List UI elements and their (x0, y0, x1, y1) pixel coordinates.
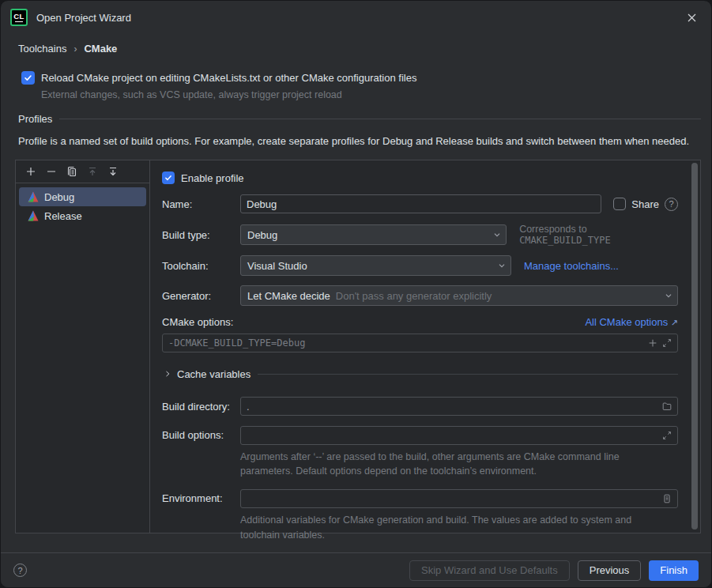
open-project-wizard-dialog: CL Open Project Wizard Toolchains › CMak… (0, 0, 712, 588)
build-directory-input[interactable]: . (240, 397, 678, 416)
skip-wizard-button[interactable]: Skip Wizard and Use Defaults (409, 560, 570, 581)
external-link-icon: ↗ (671, 318, 678, 327)
profile-name: Release (44, 210, 82, 222)
help-icon[interactable]: ? (13, 564, 27, 577)
chevron-right-icon[interactable] (162, 367, 173, 381)
chevron-right-icon: › (73, 43, 77, 55)
scrollbar[interactable] (691, 163, 698, 530)
toolchain-select[interactable]: Visual Studio (240, 255, 511, 276)
profile-item-debug[interactable]: Debug (19, 187, 146, 206)
build-options-input[interactable] (240, 426, 678, 445)
profile-list-pane: Debug Release (16, 160, 150, 533)
expand-icon[interactable] (660, 428, 674, 443)
profile-list: Debug Release (16, 183, 149, 225)
chevron-down-icon (496, 260, 507, 271)
build-type-label: Build type: (162, 229, 240, 241)
generator-value-hint: Don't pass any generator explicitly (336, 290, 492, 302)
cmake-icon (28, 191, 39, 202)
build-type-hint: Corresponds to CMAKE_BUILD_TYPE (519, 224, 678, 246)
breadcrumb: Toolchains › CMake (1, 34, 711, 55)
all-cmake-options-link[interactable]: All CMake options ↗ (585, 316, 678, 328)
enable-profile-label[interactable]: Enable profile (181, 172, 244, 184)
finish-button[interactable]: Finish (649, 560, 699, 581)
move-down-icon[interactable] (107, 165, 119, 178)
toolchain-label: Toolchain: (162, 260, 240, 272)
chevron-down-icon (492, 229, 503, 240)
build-options-hint: Arguments after ‘--’ are passed to the b… (240, 450, 654, 478)
chevron-down-icon (663, 290, 674, 301)
name-input[interactable]: Debug (240, 194, 601, 213)
cache-variables-toggle[interactable]: Cache variables (177, 368, 251, 380)
build-options-label: Build options: (162, 426, 240, 441)
titlebar: CL Open Project Wizard (1, 1, 711, 34)
share-help-icon[interactable]: ? (665, 198, 678, 211)
cmake-options-input[interactable]: -DCMAKE_BUILD_TYPE=Debug (162, 334, 678, 352)
expand-icon[interactable] (660, 336, 674, 350)
cmake-options-label: CMake options: (162, 316, 233, 328)
profile-name: Debug (44, 191, 74, 203)
add-profile-icon[interactable] (24, 165, 37, 178)
footer: ? Skip Wizard and Use Defaults Previous … (1, 552, 711, 587)
scrollbar-thumb[interactable] (691, 163, 698, 530)
name-label: Name: (162, 198, 240, 210)
clion-logo-icon: CL (10, 9, 28, 26)
profiles-section-header: Profiles (18, 113, 701, 125)
section-divider (258, 374, 678, 375)
environment-hint: Additional variables for CMake generatio… (240, 513, 654, 541)
generator-select[interactable]: Let CMake decide Don't pass any generato… (240, 285, 678, 306)
previous-button[interactable]: Previous (578, 560, 642, 581)
reload-option: Reload CMake project on editing CMakeLis… (21, 71, 694, 100)
build-type-select[interactable]: Debug (240, 224, 507, 245)
profiles-panel: Debug Release Enable profile (15, 160, 701, 533)
build-directory-label: Build directory: (162, 401, 240, 413)
profiles-section-title: Profiles (18, 113, 52, 125)
reload-label[interactable]: Reload CMake project on editing CMakeLis… (41, 72, 416, 84)
enable-profile-checkbox[interactable] (162, 172, 175, 184)
breadcrumb-cmake: CMake (84, 43, 117, 55)
profiles-description: Profile is a named set of build options.… (18, 134, 694, 149)
remove-profile-icon[interactable] (45, 165, 58, 178)
cmake-icon (28, 210, 39, 221)
folder-icon[interactable] (660, 399, 674, 413)
environment-label: Environment: (162, 489, 240, 504)
close-icon[interactable] (683, 9, 700, 26)
profile-form: Enable profile Name: Debug Share ? Build… (150, 160, 700, 533)
list-icon[interactable] (660, 492, 674, 506)
reload-checkbox[interactable] (21, 71, 35, 85)
add-option-icon[interactable] (646, 336, 660, 350)
section-divider (59, 119, 701, 119)
breadcrumb-toolchains[interactable]: Toolchains (18, 43, 66, 55)
environment-input[interactable] (240, 489, 678, 508)
manage-toolchains-link[interactable]: Manage toolchains... (524, 260, 619, 272)
copy-profile-icon[interactable] (66, 165, 78, 178)
window-title: Open Project Wizard (36, 12, 131, 24)
profile-list-toolbar (16, 160, 149, 183)
share-checkbox[interactable] (613, 198, 626, 210)
move-up-icon[interactable] (86, 165, 99, 178)
share-label[interactable]: Share (631, 198, 659, 210)
profile-item-release[interactable]: Release (19, 206, 146, 225)
generator-label: Generator: (162, 290, 240, 302)
reload-hint: External changes, such as VCS update, al… (41, 89, 694, 100)
